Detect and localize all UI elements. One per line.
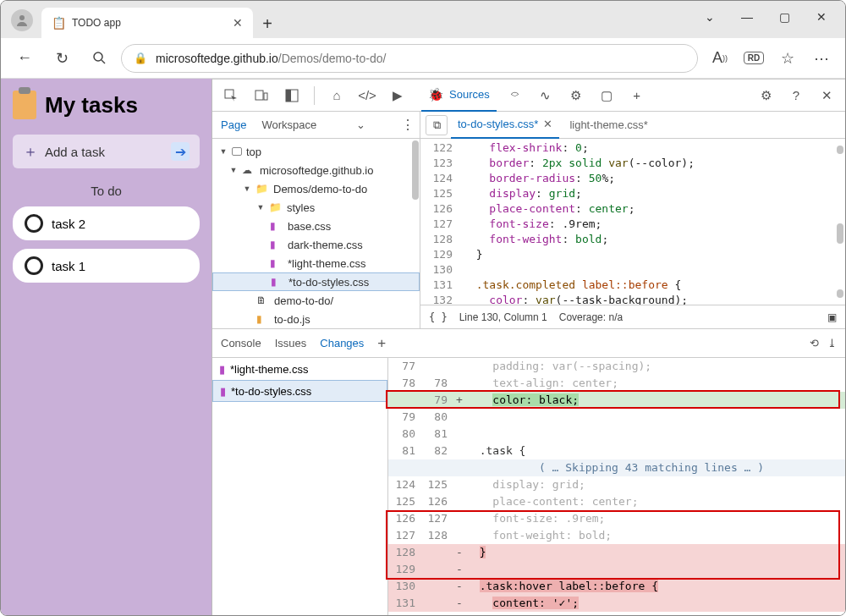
file-row[interactable]: ▮base.css [212,217,420,235]
scrollbar[interactable] [412,140,419,200]
coverage-status: Coverage: n/a [559,311,623,323]
cursor-position: Line 130, Column 1 [459,311,547,323]
frame-icon [232,147,242,156]
file-row[interactable]: ▮*light-theme.css [212,254,420,272]
minimize-icon[interactable]: — [728,4,766,30]
titlebar: 📋 TODO app ✕ + ⌄ — ▢ ✕ [1,1,845,38]
more-icon[interactable]: ⋮ [401,117,415,133]
css-file-icon: ▮ [219,363,225,376]
nav-tab-workspace[interactable]: Workspace [258,118,320,131]
device-icon[interactable] [250,84,273,107]
checkbox-icon[interactable] [25,256,43,275]
menu-icon[interactable]: ⋯ [806,43,837,74]
more-tabs-icon[interactable]: + [625,84,649,107]
svg-rect-7 [286,90,291,102]
task-row[interactable]: task 1 [13,249,200,283]
nav-tab-page[interactable]: Page [217,118,250,131]
inspect-icon[interactable] [219,84,243,107]
download-icon[interactable]: ⤓ [827,337,837,349]
drawer-tab-console[interactable]: Console [221,337,261,349]
scrollbar[interactable] [837,223,843,244]
tab-title: TODO app [72,17,226,29]
section-heading: To do [13,184,200,198]
css-file-icon: ▮ [270,257,283,269]
search-icon[interactable] [84,43,114,74]
file-row[interactable]: 🗎demo-to-do/ [212,291,420,310]
rd-badge[interactable]: RD [739,43,769,74]
welcome-icon[interactable]: ⌂ [325,84,349,107]
help-icon[interactable]: ? [784,84,808,107]
editor-tab[interactable]: to-do-styles.css* ✕ [451,112,559,139]
gear-icon[interactable]: ⚙ [754,84,777,107]
coverage-icon[interactable]: ▣ [827,311,837,323]
checkbox-icon[interactable] [25,214,43,233]
css-file-icon: ▮ [220,385,226,398]
network-icon[interactable]: ⌔ [503,84,527,107]
css-file-icon: ▮ [270,220,283,232]
profile-avatar[interactable] [11,9,33,31]
new-tab-button[interactable]: + [253,9,282,38]
app-panel: My tasks ＋ Add a task ➔ To do task 2 tas… [1,79,212,616]
file-icon: 🗎 [256,294,270,306]
editor-tab[interactable]: light-theme.css* [563,112,654,139]
favorite-icon[interactable]: ☆ [772,43,803,74]
add-task-placeholder: Add a task [45,145,171,159]
navigator-toggle-icon[interactable]: ⧉ [426,115,448,135]
editor-status-bar: { } Line 130, Column 1 Coverage: n/a ▣ [420,305,845,328]
dock-icon[interactable] [280,84,304,107]
close-tab-icon[interactable]: ✕ [233,16,243,30]
sources-tab[interactable]: 🐞 Sources [421,80,497,112]
read-aloud-icon[interactable]: A)) [705,43,735,74]
scrollbar[interactable] [837,289,843,298]
address-bar: ← ↻ 🔒 microsoftedge.github.io/Demos/demo… [1,38,845,79]
changed-file-row[interactable]: ▮*light-theme.css [212,358,387,380]
browser-tab[interactable]: 📋 TODO app ✕ [41,8,253,38]
url-input[interactable]: 🔒 microsoftedge.github.io/Demos/demo-to-… [121,44,698,73]
back-button[interactable]: ← [9,43,40,74]
url-text: microsoftedge.github.io/Demos/demo-to-do… [156,52,386,65]
submit-arrow-icon[interactable]: ➔ [171,142,190,161]
task-label: task 2 [52,217,85,231]
refresh-button[interactable]: ↻ [47,43,77,74]
add-task-input[interactable]: ＋ Add a task ➔ [13,135,200,168]
application-icon[interactable]: ▢ [595,84,618,107]
elements-icon[interactable]: </> [355,84,379,107]
scrollbar[interactable] [837,146,843,154]
svg-line-2 [102,60,105,63]
console-icon[interactable]: ▶ [386,84,409,107]
folder-icon: 📁 [269,201,283,213]
page-title: My tasks [45,92,138,118]
chevron-down-icon[interactable]: ⌄ [353,118,369,131]
settings-icon[interactable]: ⚙ [564,84,588,107]
changed-file-row[interactable]: ▮*to-do-styles.css [212,380,387,402]
cloud-icon: ☁ [242,164,255,176]
drawer-tab-changes[interactable]: Changes [320,337,364,349]
file-row[interactable]: ▮to-do.js [212,310,420,328]
format-icon[interactable]: { } [429,311,448,323]
diff-view[interactable]: 77 padding: var(--spacing);7878 text-ali… [388,358,845,616]
file-tree[interactable]: ▼top ▼☁microsoftedge.github.io ▼📁Demos/d… [212,139,420,328]
svg-point-0 [19,15,25,20]
chevron-down-icon[interactable]: ⌄ [691,4,728,30]
file-row[interactable]: ▮*to-do-styles.css [212,272,420,291]
close-icon[interactable]: ✕ [543,118,552,130]
add-tab-icon[interactable]: + [377,335,386,352]
plus-icon: ＋ [23,141,38,162]
clipboard-icon: 📋 [52,16,65,30]
drawer-tab-issues[interactable]: Issues [275,337,307,349]
task-label: task 1 [52,259,85,273]
svg-rect-4 [255,91,263,100]
performance-icon[interactable]: ∿ [534,84,558,107]
revert-icon[interactable]: ⟲ [810,337,819,349]
task-row[interactable]: task 2 [13,206,200,240]
close-window-icon[interactable]: ✕ [803,4,840,30]
code-editor[interactable]: 122123124125126127128129130131132 flex-s… [420,139,845,305]
css-file-icon: ▮ [271,276,284,288]
folder-icon: 📁 [255,183,269,195]
close-devtools-icon[interactable]: ✕ [815,84,838,107]
svg-point-1 [94,52,102,61]
js-file-icon: ▮ [256,313,270,325]
devtools-toolbar: ⌂ </> ▶ 🐞 Sources ⌔ ∿ ⚙ ▢ + ⚙ ? ✕ [212,80,845,112]
maximize-icon[interactable]: ▢ [766,4,803,30]
file-row[interactable]: ▮dark-theme.css [212,235,420,254]
